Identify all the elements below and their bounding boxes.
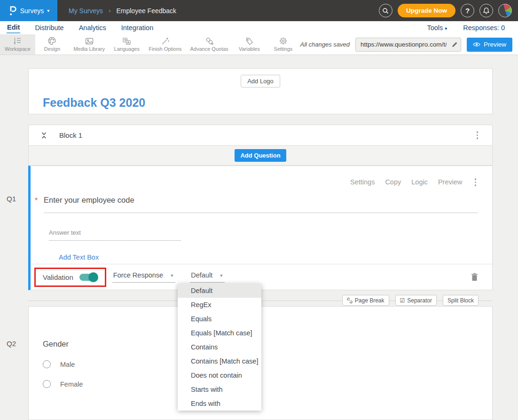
force-response-dropdown[interactable]: Force Response ▾: [112, 271, 175, 283]
collapse-block-icon[interactable]: [41, 132, 47, 139]
question-mark-icon: ?: [465, 7, 470, 15]
tab-integration[interactable]: Integration: [121, 23, 154, 33]
toolbar-item-media-library[interactable]: Media Library: [69, 34, 110, 55]
toolbar-item-label: Languages: [114, 46, 140, 52]
menu-item-equals-match-case[interactable]: Equals [Match case]: [178, 326, 261, 340]
chevron-right-icon: ›: [109, 7, 110, 14]
search-button[interactable]: [379, 4, 392, 17]
tabs: Edit Distribute Analytics Integration: [7, 21, 154, 34]
menu-item-regex[interactable]: RegEx: [178, 298, 261, 312]
toolbar-item-variables[interactable]: Variables: [232, 34, 266, 55]
tag-icon: [245, 37, 254, 45]
option-label: Female: [60, 380, 83, 388]
survey-title[interactable]: Feedback Q3 2020: [43, 96, 145, 110]
questionpro-logo-menu[interactable]: Surveys ▾: [0, 0, 57, 21]
section-tab-bar: Edit Distribute Analytics Integration To…: [0, 21, 518, 34]
breadcrumb: My Surveys › Employee Feedback: [69, 7, 176, 15]
tab-bar-right: Tools ▾ Responses: 0: [427, 24, 511, 32]
image-icon: [85, 37, 94, 45]
toolbar-item-settings[interactable]: Settings: [266, 34, 300, 55]
preview-button[interactable]: Preview: [467, 38, 512, 52]
help-button[interactable]: ?: [461, 4, 474, 17]
split-block-label: Split Block: [447, 297, 474, 304]
toolbar-item-label: Media Library: [73, 46, 105, 52]
palette-icon: [47, 37, 56, 45]
tools-menu[interactable]: Tools ▾: [427, 24, 447, 32]
annotation-highlight-box: Validation: [34, 268, 106, 287]
radio-button-icon[interactable]: [43, 380, 51, 388]
question-settings-link[interactable]: Settings: [350, 178, 375, 186]
toolbar-item-label: Variables: [239, 46, 260, 52]
question-2-number: Q2: [7, 340, 16, 348]
product-name: Surveys: [20, 7, 44, 15]
menu-item-default[interactable]: Default: [178, 284, 261, 298]
block-kebab-menu-icon[interactable]: [475, 129, 480, 141]
menu-item-ends-with[interactable]: Ends with: [178, 396, 261, 411]
menu-item-contains[interactable]: Contains: [178, 340, 261, 354]
tab-analytics[interactable]: Analytics: [78, 23, 107, 33]
block-header: Block 1: [28, 125, 493, 146]
edit-url-button[interactable]: [450, 40, 459, 49]
add-text-box-link[interactable]: Add Text Box: [59, 254, 99, 261]
add-logo-button[interactable]: Add Logo: [241, 75, 280, 87]
add-question-strip: Add Question: [28, 146, 493, 166]
survey-url-wrap: [355, 38, 461, 52]
toolbar-item-advance-quotas[interactable]: Advance Quotas: [186, 34, 233, 55]
save-status-text: All changes saved: [300, 41, 350, 48]
toolbar-item-finish-options[interactable]: Finish Options: [144, 34, 186, 55]
validation-label: Validation: [43, 273, 73, 281]
toolbar-item-label: Finish Options: [149, 46, 181, 52]
survey-url-input[interactable]: [355, 38, 461, 52]
answer-text-field[interactable]: Answer text: [49, 229, 181, 241]
question-copy-link[interactable]: Copy: [385, 178, 401, 186]
toolbar-item-workspace[interactable]: Workspace: [0, 34, 35, 55]
validation-type-menu: Default RegEx Equals Equals [Match case]…: [178, 284, 261, 411]
validation-type-dropdown[interactable]: Default ▾: [190, 271, 225, 283]
question-text[interactable]: Enter your employee code: [44, 196, 478, 213]
tab-edit[interactable]: Edit: [7, 22, 20, 33]
responses-count[interactable]: Responses: 0: [463, 24, 505, 32]
insert-buttons: Page Break ☑ Separator Split Block: [342, 295, 479, 306]
search-icon: [382, 7, 389, 15]
checkbox-icon: ☑: [400, 297, 405, 304]
notifications-button[interactable]: [479, 4, 493, 17]
page-break-button[interactable]: Page Break: [342, 295, 389, 306]
tab-distribute[interactable]: Distribute: [34, 23, 64, 33]
wand-icon: [161, 37, 170, 45]
delete-question-button[interactable]: [471, 273, 478, 281]
breadcrumb-my-surveys[interactable]: My Surveys: [69, 7, 103, 15]
upgrade-now-button[interactable]: Upgrade Now: [398, 4, 455, 17]
quota-links-icon: [205, 37, 214, 45]
radio-button-icon[interactable]: [43, 360, 51, 368]
translate-icon: [122, 37, 131, 45]
question-preview-link[interactable]: Preview: [438, 178, 463, 186]
add-question-button[interactable]: Add Question: [235, 149, 286, 162]
menu-item-equals[interactable]: Equals: [178, 312, 261, 326]
menu-item-starts-with[interactable]: Starts with: [178, 382, 261, 396]
split-block-button[interactable]: Split Block: [443, 295, 479, 306]
chevron-down-icon: ▾: [171, 273, 173, 278]
block-title[interactable]: Block 1: [59, 131, 82, 139]
page-break-label: Page Break: [355, 297, 385, 304]
question-logic-link[interactable]: Logic: [411, 178, 428, 186]
question-kebab-menu-icon[interactable]: [473, 176, 479, 188]
workspace-icon: [13, 37, 22, 45]
toolbar-item-languages[interactable]: Languages: [109, 34, 144, 55]
toggle-knob: [88, 272, 98, 282]
separator-button[interactable]: ☑ Separator: [395, 295, 437, 306]
chevron-down-icon: ▾: [220, 273, 222, 278]
required-asterisk: *: [35, 196, 44, 205]
user-avatar[interactable]: [498, 4, 512, 17]
question-1-card: Settings Copy Logic Preview * Enter your…: [28, 166, 493, 290]
menu-item-does-not-contain[interactable]: Does not contain: [178, 368, 261, 382]
top-bar: Surveys ▾ My Surveys › Employee Feedback…: [0, 0, 518, 21]
edit-toolbar: Workspace Design Media Library Languages…: [0, 34, 518, 55]
survey-title-card: Add Logo Feedback Q3 2020: [28, 68, 493, 114]
question-actions: Settings Copy Logic Preview: [31, 166, 492, 188]
toolbar-right: All changes saved Preview: [300, 34, 518, 55]
toolbar-item-design[interactable]: Design: [35, 34, 69, 55]
validation-toggle[interactable]: [79, 274, 98, 281]
preview-button-label: Preview: [484, 41, 506, 48]
toolbar-item-label: Workspace: [5, 46, 31, 52]
menu-item-contains-match-case[interactable]: Contains [Match case]: [178, 354, 261, 368]
